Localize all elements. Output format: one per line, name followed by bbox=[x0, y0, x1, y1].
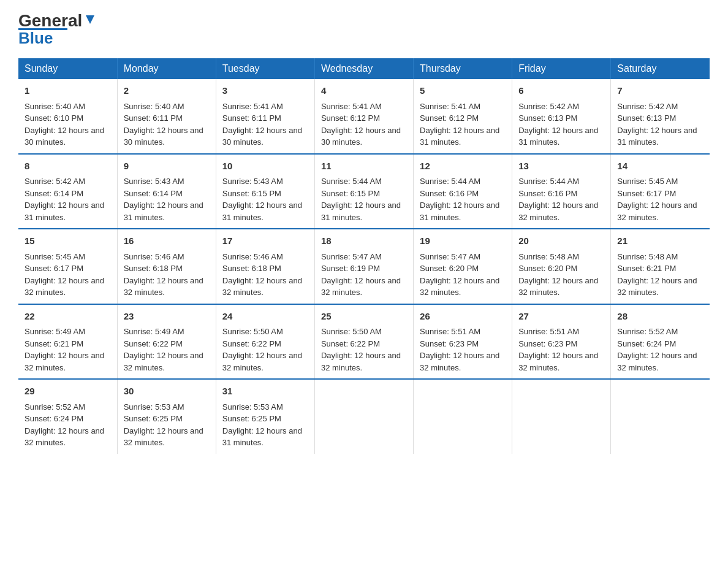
day-info: Sunrise: 5:48 AMSunset: 6:20 PMDaylight:… bbox=[518, 252, 598, 297]
calendar-cell: 17Sunrise: 5:46 AMSunset: 6:18 PMDayligh… bbox=[216, 229, 314, 304]
day-number: 7 bbox=[617, 84, 703, 98]
weekday-header-row: SundayMondayTuesdayWednesdayThursdayFrid… bbox=[18, 58, 710, 79]
calendar-cell: 2Sunrise: 5:40 AMSunset: 6:11 PMDaylight… bbox=[117, 79, 216, 154]
day-number: 3 bbox=[222, 84, 308, 98]
day-number: 29 bbox=[25, 385, 111, 399]
day-info: Sunrise: 5:52 AMSunset: 6:24 PMDaylight:… bbox=[25, 402, 104, 448]
calendar-cell: 10Sunrise: 5:43 AMSunset: 6:15 PMDayligh… bbox=[216, 154, 314, 229]
day-info: Sunrise: 5:41 AMSunset: 6:12 PMDaylight:… bbox=[321, 102, 401, 147]
day-number: 18 bbox=[321, 234, 407, 248]
day-info: Sunrise: 5:40 AMSunset: 6:11 PMDaylight:… bbox=[124, 102, 203, 147]
day-info: Sunrise: 5:44 AMSunset: 6:15 PMDaylight:… bbox=[321, 177, 401, 222]
calendar-week-row: 15Sunrise: 5:45 AMSunset: 6:17 PMDayligh… bbox=[18, 229, 710, 304]
day-info: Sunrise: 5:40 AMSunset: 6:10 PMDaylight:… bbox=[25, 102, 104, 147]
day-info: Sunrise: 5:44 AMSunset: 6:16 PMDaylight:… bbox=[518, 177, 598, 222]
day-info: Sunrise: 5:43 AMSunset: 6:14 PMDaylight:… bbox=[124, 177, 203, 222]
day-info: Sunrise: 5:47 AMSunset: 6:19 PMDaylight:… bbox=[321, 252, 401, 297]
calendar-week-row: 29Sunrise: 5:52 AMSunset: 6:24 PMDayligh… bbox=[18, 379, 710, 454]
calendar-cell: 31Sunrise: 5:53 AMSunset: 6:25 PMDayligh… bbox=[216, 379, 314, 454]
day-info: Sunrise: 5:50 AMSunset: 6:22 PMDaylight:… bbox=[222, 327, 302, 372]
day-number: 22 bbox=[25, 310, 111, 324]
day-info: Sunrise: 5:45 AMSunset: 6:17 PMDaylight:… bbox=[617, 177, 697, 222]
day-number: 5 bbox=[420, 84, 506, 98]
day-number: 17 bbox=[222, 234, 308, 248]
calendar-cell: 11Sunrise: 5:44 AMSunset: 6:15 PMDayligh… bbox=[314, 154, 413, 229]
day-info: Sunrise: 5:42 AMSunset: 6:13 PMDaylight:… bbox=[617, 102, 697, 147]
calendar-cell: 23Sunrise: 5:49 AMSunset: 6:22 PMDayligh… bbox=[117, 304, 216, 380]
day-info: Sunrise: 5:41 AMSunset: 6:11 PMDaylight:… bbox=[222, 102, 302, 147]
day-info: Sunrise: 5:47 AMSunset: 6:20 PMDaylight:… bbox=[420, 252, 499, 297]
day-number: 24 bbox=[222, 310, 308, 324]
weekday-header: Saturday bbox=[611, 58, 710, 79]
day-number: 10 bbox=[222, 159, 308, 174]
logo-triangle-icon bbox=[83, 13, 97, 26]
day-info: Sunrise: 5:45 AMSunset: 6:17 PMDaylight:… bbox=[25, 252, 104, 297]
day-number: 1 bbox=[25, 84, 111, 98]
day-info: Sunrise: 5:50 AMSunset: 6:22 PMDaylight:… bbox=[321, 327, 401, 372]
weekday-header: Tuesday bbox=[216, 58, 314, 79]
page-header: General Blue bbox=[18, 12, 710, 46]
calendar-cell bbox=[414, 379, 512, 454]
calendar-cell: 28Sunrise: 5:52 AMSunset: 6:24 PMDayligh… bbox=[611, 304, 710, 380]
logo: General Blue bbox=[18, 12, 97, 46]
calendar-cell: 18Sunrise: 5:47 AMSunset: 6:19 PMDayligh… bbox=[314, 229, 413, 304]
calendar-cell: 21Sunrise: 5:48 AMSunset: 6:21 PMDayligh… bbox=[611, 229, 710, 304]
day-info: Sunrise: 5:42 AMSunset: 6:13 PMDaylight:… bbox=[518, 102, 598, 147]
day-info: Sunrise: 5:51 AMSunset: 6:23 PMDaylight:… bbox=[518, 327, 598, 372]
day-number: 26 bbox=[420, 310, 506, 324]
calendar-cell bbox=[611, 379, 710, 454]
day-number: 4 bbox=[321, 84, 407, 98]
day-info: Sunrise: 5:42 AMSunset: 6:14 PMDaylight:… bbox=[25, 177, 104, 222]
day-info: Sunrise: 5:49 AMSunset: 6:22 PMDaylight:… bbox=[124, 327, 203, 372]
calendar-cell: 20Sunrise: 5:48 AMSunset: 6:20 PMDayligh… bbox=[512, 229, 611, 304]
day-number: 20 bbox=[518, 234, 604, 248]
calendar-cell: 14Sunrise: 5:45 AMSunset: 6:17 PMDayligh… bbox=[611, 154, 710, 229]
weekday-header: Friday bbox=[512, 58, 611, 79]
day-number: 25 bbox=[321, 310, 407, 324]
svg-marker-0 bbox=[86, 15, 94, 24]
calendar-cell: 5Sunrise: 5:41 AMSunset: 6:12 PMDaylight… bbox=[414, 79, 512, 154]
day-number: 11 bbox=[321, 159, 407, 174]
calendar-cell: 6Sunrise: 5:42 AMSunset: 6:13 PMDaylight… bbox=[512, 79, 611, 154]
day-info: Sunrise: 5:46 AMSunset: 6:18 PMDaylight:… bbox=[124, 252, 203, 297]
calendar-week-row: 22Sunrise: 5:49 AMSunset: 6:21 PMDayligh… bbox=[18, 304, 710, 380]
day-number: 27 bbox=[518, 310, 604, 324]
calendar-cell: 25Sunrise: 5:50 AMSunset: 6:22 PMDayligh… bbox=[314, 304, 413, 380]
calendar-cell: 1Sunrise: 5:40 AMSunset: 6:10 PMDaylight… bbox=[18, 79, 117, 154]
day-number: 9 bbox=[124, 159, 210, 174]
day-info: Sunrise: 5:44 AMSunset: 6:16 PMDaylight:… bbox=[420, 177, 499, 222]
calendar-cell: 26Sunrise: 5:51 AMSunset: 6:23 PMDayligh… bbox=[414, 304, 512, 380]
day-number: 6 bbox=[518, 84, 604, 98]
calendar-cell: 24Sunrise: 5:50 AMSunset: 6:22 PMDayligh… bbox=[216, 304, 314, 380]
calendar-cell: 13Sunrise: 5:44 AMSunset: 6:16 PMDayligh… bbox=[512, 154, 611, 229]
calendar-cell: 27Sunrise: 5:51 AMSunset: 6:23 PMDayligh… bbox=[512, 304, 611, 380]
day-number: 13 bbox=[518, 159, 604, 174]
day-number: 16 bbox=[124, 234, 210, 248]
day-number: 30 bbox=[124, 385, 210, 399]
day-info: Sunrise: 5:41 AMSunset: 6:12 PMDaylight:… bbox=[420, 102, 499, 147]
logo-blue: Blue bbox=[18, 30, 53, 46]
calendar-cell: 12Sunrise: 5:44 AMSunset: 6:16 PMDayligh… bbox=[414, 154, 512, 229]
calendar-week-row: 8Sunrise: 5:42 AMSunset: 6:14 PMDaylight… bbox=[18, 154, 710, 229]
day-info: Sunrise: 5:52 AMSunset: 6:24 PMDaylight:… bbox=[617, 327, 697, 372]
day-number: 19 bbox=[420, 234, 506, 248]
day-number: 23 bbox=[124, 310, 210, 324]
weekday-header: Wednesday bbox=[314, 58, 413, 79]
calendar-cell: 9Sunrise: 5:43 AMSunset: 6:14 PMDaylight… bbox=[117, 154, 216, 229]
calendar-cell: 7Sunrise: 5:42 AMSunset: 6:13 PMDaylight… bbox=[611, 79, 710, 154]
day-number: 21 bbox=[617, 234, 703, 248]
calendar-table: SundayMondayTuesdayWednesdayThursdayFrid… bbox=[18, 58, 710, 454]
calendar-cell: 16Sunrise: 5:46 AMSunset: 6:18 PMDayligh… bbox=[117, 229, 216, 304]
day-number: 15 bbox=[25, 234, 111, 248]
calendar-cell bbox=[512, 379, 611, 454]
weekday-header: Sunday bbox=[18, 58, 117, 79]
day-number: 14 bbox=[617, 159, 703, 174]
day-number: 31 bbox=[222, 385, 308, 399]
day-number: 28 bbox=[617, 310, 703, 324]
weekday-header: Monday bbox=[117, 58, 216, 79]
calendar-cell: 8Sunrise: 5:42 AMSunset: 6:14 PMDaylight… bbox=[18, 154, 117, 229]
day-info: Sunrise: 5:53 AMSunset: 6:25 PMDaylight:… bbox=[124, 402, 203, 448]
weekday-header: Thursday bbox=[414, 58, 512, 79]
day-info: Sunrise: 5:43 AMSunset: 6:15 PMDaylight:… bbox=[222, 177, 302, 222]
calendar-cell: 15Sunrise: 5:45 AMSunset: 6:17 PMDayligh… bbox=[18, 229, 117, 304]
